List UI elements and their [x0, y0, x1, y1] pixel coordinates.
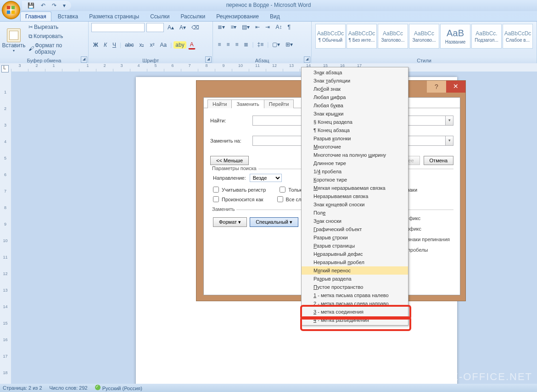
check-Учитывать регистр[interactable]: Учитывать регистр [213, 187, 266, 193]
menu-item[interactable]: Мягкий перенос [302, 266, 408, 275]
font-size-combo[interactable] [146, 23, 164, 32]
tab-Разметка страницы[interactable]: Разметка страницы [84, 12, 144, 21]
tab-indicator[interactable]: └ [1, 65, 9, 72]
shrink-font-button[interactable]: A▾ [178, 23, 188, 32]
style-item[interactable]: AaBbCcDcСлабое в... [503, 24, 533, 49]
menu-item[interactable]: 4 - метка разъединения [302, 316, 408, 324]
clear-formatting-button[interactable]: ⌫ [190, 23, 201, 32]
menu-item[interactable]: Многоточие [302, 143, 408, 151]
menu-item[interactable]: 1 - метка письма справа налево [302, 291, 408, 299]
direction-select[interactable]: Везде [250, 174, 282, 182]
font-name-combo[interactable] [91, 23, 145, 32]
status-word-count[interactable]: Число слов: 292 [50, 385, 88, 391]
menu-item[interactable]: Знак табуляции [302, 77, 408, 85]
subscript-button[interactable]: x₂ [137, 41, 146, 49]
dialog-tab-Найти[interactable]: Найти [207, 99, 232, 108]
shading-button[interactable]: ▢▾ [270, 40, 282, 49]
font-color-button[interactable]: A [188, 40, 196, 50]
tab-Главная[interactable]: Главная [20, 11, 51, 21]
tab-Рецензирование[interactable]: Рецензирование [212, 12, 263, 21]
align-right-button[interactable]: ≡ [233, 40, 240, 49]
style-item[interactable]: AaBbCcDc¶ Обычный [315, 24, 346, 49]
menu-item[interactable]: Графический объект [302, 225, 408, 233]
find-dropdown-icon[interactable]: ▾ [446, 116, 453, 126]
menu-item[interactable]: Многоточие на полную ширину [302, 151, 408, 159]
change-case-button[interactable]: Aa [158, 41, 168, 49]
tab-Вставка[interactable]: Вставка [53, 12, 83, 21]
menu-item[interactable]: Знак концевой сноски [302, 200, 408, 209]
menu-item[interactable]: Пустое пространство [302, 283, 408, 291]
increase-indent-button[interactable]: ⇥ [263, 23, 272, 31]
bullets-button[interactable]: ≣▾ [216, 23, 227, 31]
menu-item[interactable]: Любая цифра [302, 93, 408, 101]
menu-item[interactable]: § Конец раздела [302, 118, 408, 126]
tab-Ссылки[interactable]: Ссылки [145, 12, 174, 21]
style-item[interactable]: АаВНазвание [440, 24, 470, 49]
menu-item[interactable]: 3 - метка соединения [302, 308, 408, 316]
menu-item[interactable]: Любой знак [302, 85, 408, 93]
menu-item[interactable]: Поле [302, 209, 408, 217]
dialog-tab-Перейти[interactable]: Перейти [264, 99, 294, 108]
menu-item[interactable]: Неразрываемая связка [302, 192, 408, 200]
numbering-button[interactable]: ≡▾ [229, 23, 238, 31]
cancel-button[interactable]: Отмена [424, 156, 453, 165]
paragraph-dialog-launcher[interactable]: ◢ [304, 56, 310, 63]
dialog-help-button[interactable]: ? [427, 81, 446, 93]
underline-button[interactable]: Ч [111, 41, 118, 49]
menu-item[interactable]: 1/4 пробела [302, 167, 408, 176]
menu-item[interactable]: Знак крышки [302, 110, 408, 118]
style-item[interactable]: AaBbCcDc¶ Без инте... [347, 24, 377, 49]
strikethrough-button[interactable]: abc [123, 41, 135, 49]
sort-button[interactable]: A↕ [274, 23, 284, 31]
menu-item[interactable]: Знак сноски [302, 217, 408, 225]
highlight-button[interactable]: aby [173, 41, 186, 49]
line-spacing-button[interactable]: ‡≡ [256, 40, 266, 49]
align-center-button[interactable]: ≡ [224, 40, 231, 49]
menu-item[interactable]: Длинное тире [302, 159, 408, 167]
menu-item[interactable]: Любая буква [302, 101, 408, 110]
office-button[interactable] [2, 1, 20, 19]
style-gallery[interactable]: AaBbCcDc¶ ОбычныйAaBbCcDc¶ Без инте...Aa… [314, 23, 534, 50]
menu-item[interactable]: Разрыв страницы [302, 242, 408, 250]
replace-dropdown-icon[interactable]: ▾ [446, 136, 453, 146]
cut-button[interactable]: ✂Вырезать [27, 23, 85, 31]
menu-item[interactable]: Неразрывный дефис [302, 250, 408, 258]
menu-item[interactable]: 2 - метка письма слева направо [302, 299, 408, 308]
paste-button[interactable]: Вставить ▾ [3, 27, 25, 53]
menu-item[interactable]: Знак абзаца [302, 68, 408, 77]
font-dialog-launcher[interactable]: ◢ [205, 56, 212, 63]
tab-Рассылки[interactable]: Рассылки [176, 12, 210, 21]
decrease-indent-button[interactable]: ⇤ [253, 23, 262, 31]
superscript-button[interactable]: x² [148, 41, 156, 49]
check-Произносится как[interactable]: Произносится как [213, 196, 263, 202]
menu-item[interactable]: Короткое тире [302, 176, 408, 184]
clipboard-dialog-launcher[interactable]: ◢ [81, 56, 87, 63]
bold-button[interactable]: Ж [91, 41, 100, 49]
show-marks-button[interactable]: ¶ [285, 23, 292, 31]
justify-button[interactable]: ≣ [242, 40, 250, 49]
format-painter-button[interactable]: 🖌Формат по образцу [27, 41, 85, 56]
copy-button[interactable]: ⧉Копировать [27, 32, 85, 40]
multilevel-button[interactable]: ▤▾ [240, 23, 252, 31]
style-item[interactable]: AaBbCcЗаголово... [378, 24, 408, 49]
dialog-tab-Заменить[interactable]: Заменить [231, 99, 264, 108]
menu-item[interactable]: Разрыв колонки [302, 134, 408, 143]
menu-item[interactable]: Мягкая неразрываемая связка [302, 184, 408, 192]
menu-item[interactable]: Разрыв строки [302, 233, 408, 242]
format-button[interactable]: Формат ▾ [213, 217, 247, 227]
special-button[interactable]: Специальный ▾ [250, 217, 298, 227]
dialog-close-button[interactable]: ✕ [446, 81, 465, 93]
menu-item[interactable]: Неразрывный пробел [302, 258, 408, 266]
status-page[interactable]: Страница: 2 из 2 [3, 385, 42, 391]
menu-item[interactable]: ¶ Конец абзаца [302, 126, 408, 134]
menu-item[interactable]: Разрыв раздела [302, 275, 408, 283]
tab-Вид[interactable]: Вид [265, 12, 285, 21]
align-left-button[interactable]: ≡ [216, 40, 223, 49]
grow-font-button[interactable]: A▴ [166, 23, 176, 32]
status-language[interactable]: Русский (Россия) [95, 385, 142, 391]
borders-button[interactable]: ⊞▾ [284, 40, 295, 49]
less-button[interactable]: << Меньше [210, 156, 249, 165]
italic-button[interactable]: К [102, 41, 109, 49]
style-item[interactable]: AaBbCc.Подзагол... [471, 24, 502, 49]
style-item[interactable]: AaBbCcЗаголово... [409, 24, 439, 49]
